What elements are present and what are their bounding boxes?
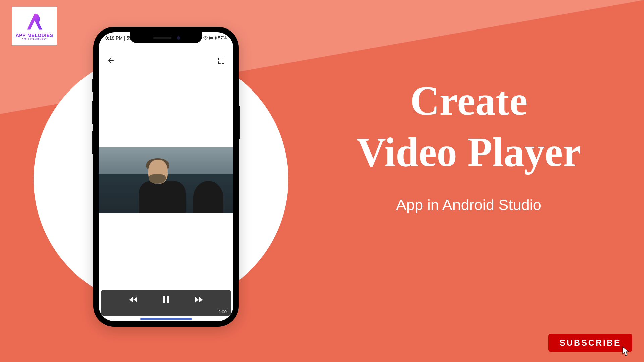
phone-notch: [130, 32, 202, 43]
svg-rect-3: [163, 296, 165, 303]
phone-mockup: 0:18 PM | 55. 57%: [93, 27, 239, 327]
video-person: [139, 160, 182, 213]
statusbar-battery-text: 57%: [218, 35, 227, 40]
svg-rect-4: [167, 296, 169, 303]
media-duration: 2:00: [218, 309, 227, 314]
brand-logo-name: APP MELODIES: [16, 33, 53, 38]
wifi-icon: [203, 36, 208, 40]
brand-logo: APP MELODIES APP DEVELOPMENT: [12, 7, 57, 45]
title-line-1: Create: [312, 75, 626, 127]
svg-rect-2: [210, 37, 213, 39]
battery-icon: [209, 36, 217, 40]
arrow-left-icon: [107, 57, 115, 65]
phone-volume-up: [92, 101, 93, 124]
hero-title: Create Video Player App in Android Studi…: [312, 75, 626, 214]
rewind-icon: [129, 296, 138, 303]
brand-logo-tagline: APP DEVELOPMENT: [22, 38, 47, 40]
subscribe-label: SUBSCRIBE: [559, 338, 621, 348]
back-button[interactable]: [107, 57, 115, 65]
rewind-button[interactable]: [128, 295, 138, 304]
app-bar: [99, 51, 233, 71]
title-line-2: Video Player: [312, 127, 626, 178]
forward-icon: [195, 296, 203, 303]
brand-logo-icon: [24, 12, 45, 31]
svg-rect-1: [216, 37, 216, 39]
statusbar-time: 0:18 PM | 55.: [105, 35, 133, 41]
fullscreen-icon: [218, 57, 225, 64]
home-indicator[interactable]: [140, 318, 192, 320]
statusbar-right: 57%: [203, 35, 227, 40]
phone-mute-switch: [92, 79, 93, 92]
video-shape: [193, 181, 223, 213]
fullscreen-button[interactable]: [218, 57, 225, 64]
phone-power-button: [239, 106, 240, 139]
subtitle: App in Android Studio: [312, 196, 626, 214]
media-controls: 2:00: [101, 290, 231, 316]
phone-screen: 0:18 PM | 55. 57%: [99, 32, 233, 321]
pause-icon: [163, 296, 169, 303]
video-preview[interactable]: [99, 147, 233, 213]
cursor-pointer-icon: [617, 344, 632, 359]
phone-volume-down: [92, 131, 93, 154]
pause-button[interactable]: [161, 295, 171, 304]
forward-button[interactable]: [194, 295, 204, 304]
